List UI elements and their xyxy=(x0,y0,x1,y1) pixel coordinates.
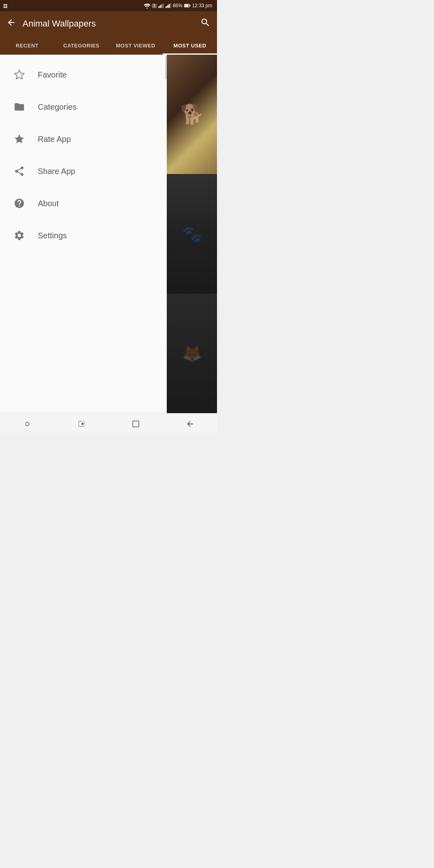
back-button[interactable] xyxy=(6,18,16,30)
sim-badge: 1 xyxy=(152,4,157,8)
svg-rect-4 xyxy=(163,3,164,8)
drawer-item-about[interactable]: About xyxy=(0,187,167,219)
drawer-categories-label: Categories xyxy=(38,102,77,112)
svg-rect-2 xyxy=(161,5,162,8)
help-circle-icon xyxy=(12,196,27,211)
tab-categories[interactable]: CATEGORIES xyxy=(54,36,108,55)
drawer-item-rate-app[interactable]: Rate App xyxy=(0,123,167,155)
signal-icon-2 xyxy=(166,3,171,8)
tab-recent[interactable]: RECENT xyxy=(0,36,54,55)
time-display: 12:33 pm xyxy=(192,3,212,8)
drawer-item-favorite[interactable]: Favorite xyxy=(0,59,167,91)
svg-rect-8 xyxy=(169,4,170,8)
drawer-item-categories[interactable]: Categories xyxy=(0,91,167,123)
star-outline-icon xyxy=(12,68,27,82)
tab-most-viewed[interactable]: MOST VIEWED xyxy=(108,36,163,55)
drawer-share-app-label: Share App xyxy=(38,167,75,176)
battery-percent: 86% xyxy=(173,3,182,8)
share-icon xyxy=(12,164,27,178)
drawer-rate-app-label: Rate App xyxy=(38,135,71,144)
drawer-menu: Favorite Categories Rate App xyxy=(0,55,167,413)
status-bar: 🖼 1 86% xyxy=(0,0,217,11)
svg-rect-14 xyxy=(133,421,139,427)
svg-rect-5 xyxy=(166,6,166,8)
app-title: Animal Wallpapers xyxy=(23,18,200,29)
folder-icon xyxy=(12,100,27,114)
search-button[interactable] xyxy=(200,17,211,30)
status-bar-left: 🖼 xyxy=(3,2,8,9)
drawer-item-share-app[interactable]: Share App xyxy=(0,155,167,187)
drawer-item-settings[interactable]: Settings xyxy=(0,219,167,252)
svg-rect-1 xyxy=(160,6,160,8)
battery-icon xyxy=(184,4,190,8)
svg-rect-12 xyxy=(184,4,188,6)
drawer-scrollbar xyxy=(165,55,167,80)
nav-back-button[interactable] xyxy=(180,414,200,434)
star-filled-icon xyxy=(12,132,27,146)
drawer-about-label: About xyxy=(38,199,59,208)
svg-rect-11 xyxy=(190,5,190,6)
gear-icon xyxy=(12,228,27,243)
main-content: Favorite Categories Rate App xyxy=(0,55,217,413)
tab-bar: RECENT CATEGORIES MOST VIEWED MOST USED xyxy=(0,36,217,55)
wifi-icon xyxy=(144,4,150,8)
svg-rect-6 xyxy=(167,6,168,8)
svg-rect-7 xyxy=(168,5,169,8)
drawer-favorite-label: Favorite xyxy=(38,70,67,80)
app-bar: Animal Wallpapers xyxy=(0,11,217,36)
svg-point-13 xyxy=(25,422,29,426)
content-behind xyxy=(167,55,217,413)
photo-cell-3[interactable] xyxy=(167,294,217,413)
svg-rect-0 xyxy=(158,6,159,8)
animal-photo-3 xyxy=(167,294,217,413)
image-icon: 🖼 xyxy=(3,4,8,8)
animal-photo-2 xyxy=(167,174,217,293)
animal-photo-1 xyxy=(167,55,217,174)
drawer-settings-label: Settings xyxy=(38,231,67,240)
svg-rect-9 xyxy=(170,3,171,8)
signal-icon xyxy=(158,3,164,8)
nav-overview-button[interactable] xyxy=(126,414,146,434)
tab-most-used[interactable]: MOST USED xyxy=(163,36,217,55)
nav-home-button[interactable] xyxy=(17,414,37,434)
bottom-nav-bar xyxy=(0,413,217,434)
photo-cell-2[interactable] xyxy=(167,174,217,293)
photo-grid xyxy=(167,55,217,413)
nav-recents-button[interactable] xyxy=(72,414,92,434)
status-bar-right: 1 86% 12:33 pm xyxy=(144,3,212,8)
photo-cell-1[interactable] xyxy=(167,55,217,174)
svg-rect-3 xyxy=(162,4,162,8)
